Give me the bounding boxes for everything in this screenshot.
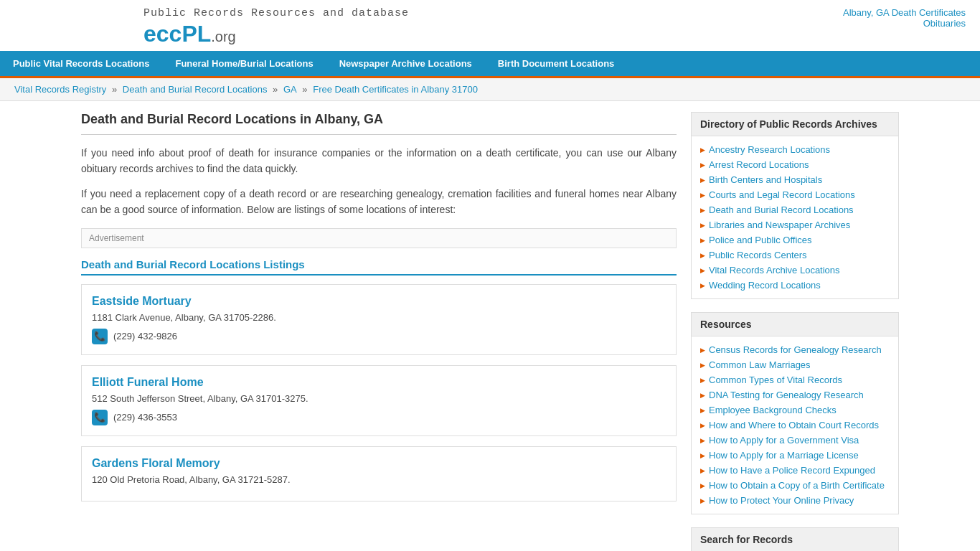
sidebar-resource-link[interactable]: How to Protect Your Online Privacy <box>709 495 854 506</box>
location-name[interactable]: Elliott Funeral Home <box>92 376 666 389</box>
location-name[interactable]: Eastside Mortuary <box>92 295 666 308</box>
sidebar-resource-link[interactable]: How to Obtain a Copy of a Birth Certific… <box>709 480 885 491</box>
sidebar-resource-link[interactable]: Common Types of Vital Records <box>709 375 842 385</box>
sidebar-resource-link[interactable]: How to Apply for a Government Visa <box>709 435 859 446</box>
list-item: Vital Records Archive Locations <box>700 263 890 278</box>
location-card: Gardens Floral Memory120 Old Pretoria Ro… <box>81 446 677 501</box>
breadcrumb: Vital Records Registry » Death and Buria… <box>0 78 980 101</box>
breadcrumb-link[interactable]: Free Death Certificates in Albany 31700 <box>313 84 478 95</box>
list-item: Death and Burial Record Locations <box>700 202 890 217</box>
page-title: Death and Burial Record Locations in Alb… <box>81 112 677 135</box>
phone-icon: 📞 <box>92 329 108 344</box>
sidebar-resource-link[interactable]: Census Records for Genealogy Research <box>709 344 882 355</box>
header-link[interactable]: Albany, GA Death Certificates <box>843 7 966 18</box>
location-phone: 📞(229) 432-9826 <box>92 329 666 344</box>
sidebar-directory-link[interactable]: Libraries and Newspaper Archives <box>709 220 850 230</box>
sidebar-resource-link[interactable]: DNA Testing for Genealogy Research <box>709 390 864 400</box>
logo-ecc: ecc <box>143 21 182 47</box>
sidebar: Directory of Public Records Archives Anc… <box>691 112 899 551</box>
location-card: Elliott Funeral Home512 South Jefferson … <box>81 365 677 436</box>
location-name[interactable]: Gardens Floral Memory <box>92 457 666 470</box>
header-link[interactable]: Obituaries <box>843 18 966 29</box>
sidebar-resource-link[interactable]: How to Apply for a Marriage License <box>709 450 859 461</box>
sidebar-directory-link[interactable]: Vital Records Archive Locations <box>709 265 840 276</box>
list-item: How to Apply for a Government Visa <box>700 433 890 448</box>
header: Public Records Resources and database ec… <box>0 0 980 51</box>
nav-item[interactable]: Birth Document Locations <box>485 51 628 76</box>
sidebar-resources-title: Resources <box>692 313 898 336</box>
list-item: How to Protect Your Online Privacy <box>700 493 890 508</box>
sidebar-resource-link[interactable]: Common Law Marriages <box>709 359 811 370</box>
location-phone: 📞(229) 436-3553 <box>92 410 666 425</box>
phone-icon: 📞 <box>92 410 108 425</box>
sidebar-directory-link[interactable]: Death and Burial Record Locations <box>709 204 854 215</box>
sidebar-directory-link[interactable]: Courts and Legal Record Locations <box>709 189 855 200</box>
sidebar-resources-box: Resources Census Records for Genealogy R… <box>691 312 899 514</box>
list-item: How to Apply for a Marriage License <box>700 448 890 463</box>
list-item: DNA Testing for Genealogy Research <box>700 387 890 402</box>
sidebar-directory-link[interactable]: Public Records Centers <box>709 250 807 260</box>
nav-item[interactable]: Newspaper Archive Locations <box>326 51 485 76</box>
sidebar-resource-link[interactable]: How and Where to Obtain Court Records <box>709 420 879 430</box>
intro-paragraph-1: If you need info about proof of death fo… <box>81 145 677 177</box>
logo-org: .org <box>211 29 235 44</box>
breadcrumb-link[interactable]: Death and Burial Record Locations <box>123 84 268 95</box>
logo-pl: PL <box>182 21 211 47</box>
logo-area: Public Records Resources and database ec… <box>143 7 409 47</box>
content-wrapper: Death and Burial Record Locations in Alb… <box>67 101 913 551</box>
list-item: Public Records Centers <box>700 248 890 263</box>
list-item: Common Types of Vital Records <box>700 372 890 387</box>
sidebar-directory-title: Directory of Public Records Archives <box>692 113 898 136</box>
sidebar-directory-link[interactable]: Birth Centers and Hospitals <box>709 174 822 185</box>
list-item: How to Have a Police Record Expunged <box>700 463 890 478</box>
breadcrumb-separator: » <box>109 84 119 95</box>
nav-item[interactable]: Public Vital Records Locations <box>0 51 162 76</box>
location-address: 512 South Jefferson Street, Albany, GA 3… <box>92 393 666 404</box>
breadcrumb-separator: » <box>300 84 310 95</box>
site-tagline: Public Records Resources and database <box>143 7 409 19</box>
list-item: Common Law Marriages <box>700 357 890 372</box>
sidebar-directory-link[interactable]: Arrest Record Locations <box>709 159 809 170</box>
phone-number: (229) 436-3553 <box>113 412 177 423</box>
advertisement-box: Advertisement <box>81 228 677 248</box>
list-item: Employee Background Checks <box>700 402 890 418</box>
sidebar-directory-link[interactable]: Ancestry Research Locations <box>709 144 830 155</box>
sidebar-resources-list: Census Records for Genealogy ResearchCom… <box>692 336 898 514</box>
list-item: Courts and Legal Record Locations <box>700 187 890 202</box>
sidebar-resource-link[interactable]: Employee Background Checks <box>709 405 837 415</box>
list-item: Libraries and Newspaper Archives <box>700 217 890 232</box>
list-item: How and Where to Obtain Court Records <box>700 418 890 433</box>
list-item: Ancestry Research Locations <box>700 142 890 157</box>
main-content: Death and Burial Record Locations in Alb… <box>81 112 677 551</box>
list-item: Birth Centers and Hospitals <box>700 172 890 187</box>
list-item: Census Records for Genealogy Research <box>700 342 890 357</box>
location-address: 120 Old Pretoria Road, Albany, GA 31721-… <box>92 474 666 485</box>
locations-list: Eastside Mortuary1181 Clark Avenue, Alba… <box>81 284 677 501</box>
intro-paragraph-2: If you need a replacement copy of a deat… <box>81 186 677 218</box>
breadcrumb-link[interactable]: Vital Records Registry <box>14 84 106 95</box>
sidebar-search-box: Search for Records Information Found on … <box>691 527 899 551</box>
sidebar-directory-link[interactable]: Police and Public Offices <box>709 235 812 245</box>
main-nav: Public Vital Records LocationsFuneral Ho… <box>0 51 980 78</box>
listings-title: Death and Burial Record Locations Listin… <box>81 258 677 276</box>
list-item: Wedding Record Locations <box>700 278 890 293</box>
breadcrumb-link[interactable]: GA <box>283 84 297 95</box>
list-item: How to Obtain a Copy of a Birth Certific… <box>700 478 890 493</box>
list-item: Police and Public Offices <box>700 232 890 248</box>
list-item: Arrest Record Locations <box>700 157 890 172</box>
breadcrumb-separator: » <box>270 84 280 95</box>
logo-text: eccPL.org <box>143 21 409 47</box>
location-address: 1181 Clark Avenue, Albany, GA 31705-2286… <box>92 312 666 323</box>
sidebar-resource-link[interactable]: How to Have a Police Record Expunged <box>709 465 875 476</box>
nav-item[interactable]: Funeral Home/Burial Locations <box>162 51 326 76</box>
sidebar-directory-link[interactable]: Wedding Record Locations <box>709 280 821 291</box>
phone-number: (229) 432-9826 <box>113 331 177 342</box>
sidebar-directory-box: Directory of Public Records Archives Anc… <box>691 112 899 299</box>
header-links: Albany, GA Death CertificatesObituaries <box>843 7 966 29</box>
sidebar-search-title: Search for Records <box>692 528 898 551</box>
sidebar-directory-list: Ancestry Research LocationsArrest Record… <box>692 136 898 298</box>
location-card: Eastside Mortuary1181 Clark Avenue, Alba… <box>81 284 677 355</box>
